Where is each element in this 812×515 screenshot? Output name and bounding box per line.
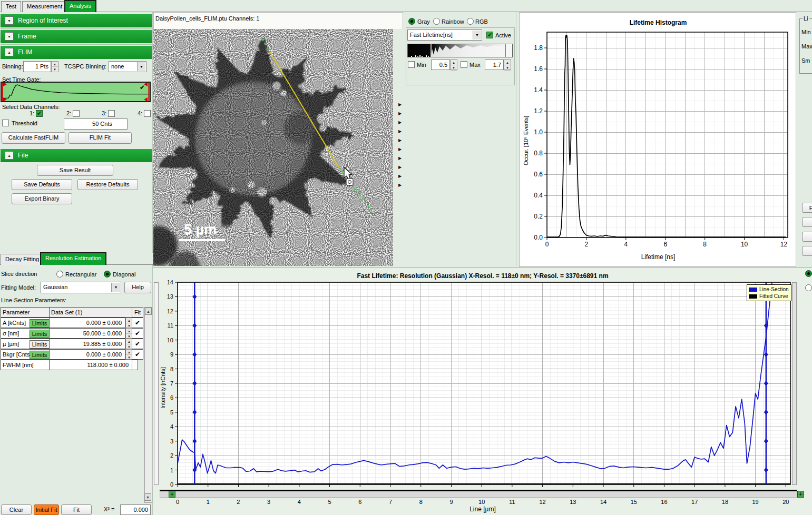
param-value-cell[interactable]: 118.000 ± 0.000 [49,360,132,370]
slice-diagonal-label: Diagonal [113,271,135,278]
y-tick-label: 12 [167,308,173,314]
time-gate-plot[interactable]: ✔ [1,82,151,102]
gray-mode-radio[interactable] [408,18,415,25]
channel-1-checkbox[interactable] [36,110,43,117]
rainbow-mode-radio[interactable] [433,18,440,25]
binning-field[interactable]: 1 Pts [23,61,51,72]
scroll-down-button[interactable]: ▼ [144,493,151,501]
time-gate-curve: ✔ [2,83,150,101]
param-value-cell[interactable]: 19.885 ± 0.000 [49,339,125,349]
channel-2-checkbox[interactable] [73,110,80,117]
param-value-cell[interactable]: 0.000 ± 0.000 [49,318,125,328]
slice-rectangular-radio[interactable] [56,271,63,278]
chi2-label: X² = [104,506,114,512]
collapse-file-icon[interactable]: ▲ [5,151,14,160]
lifetime-histogram-chart[interactable]: 0246810120.00.20.40.60.81.01.21.41.61.8 [520,26,796,253]
tab-measurement[interactable]: Measurement [22,1,67,12]
flim-fit-button[interactable]: FLIM Fit [69,132,132,144]
x-tick-label: 2 [237,499,240,505]
param-value-cell[interactable]: 0.000 ± 0.000 [49,349,125,360]
slice-diagonal-radio[interactable] [104,271,111,278]
max-field[interactable]: 1.7 [485,60,504,70]
zoom-plus-right-icon[interactable]: + [797,491,804,498]
fit-check-cell[interactable]: ✔ [132,318,143,328]
help-button[interactable]: Help [124,282,151,293]
max-checkbox[interactable] [461,61,467,68]
dropdown-arrow-icon[interactable]: ▼ [137,62,145,71]
rgb-mode-radio[interactable] [467,18,474,25]
section-file[interactable]: ▲ File [1,149,152,162]
image-title: DaisyPollen_cells_FLIM.ptu Channels: 1 [155,15,260,22]
channel-4-checkbox[interactable] [144,110,151,117]
colormap-histogram[interactable] [407,44,513,57]
dropdown-arrow-icon[interactable]: ▼ [111,283,120,292]
zoom-plus-left-icon[interactable]: + [169,491,175,498]
resolution-chart[interactable]: 0123456789101112131415161718192001234567… [153,268,812,515]
section-flim[interactable]: ▲ FLIM [1,46,152,59]
y-tick-label: 6 [170,394,173,401]
collapse-flim-icon[interactable]: ▲ [5,48,14,56]
initial-fit-button[interactable]: Initial Fit [34,504,59,515]
binning-spinner[interactable]: ▲▼ [51,61,58,72]
section-region-of-interest[interactable]: ▼ Region of Interest [1,14,152,27]
tab-test[interactable]: Test [1,1,21,12]
max-spinner[interactable]: ▲▼ [504,60,511,70]
fit-check-cell[interactable]: ✔ [132,349,143,360]
flim-image[interactable]: 5 µm [153,29,393,266]
clear-button[interactable]: Clear [1,504,32,515]
lifetime-histogram-panel: Lifetime Histogram 0246810120.00.20.40.6… [519,12,796,267]
export-binary-button[interactable]: Export Binary [12,193,72,204]
dropdown-arrow-icon[interactable]: ▼ [473,31,481,39]
save-result-button[interactable]: Save Result [37,165,113,176]
fitting-model-select[interactable]: Gaussian ▼ [41,282,121,293]
right-panel-button-4[interactable] [802,246,812,256]
limits-button[interactable]: Limits [30,340,50,349]
bottom-chart-option-radio-1[interactable] [805,270,812,277]
image-splitter-handles[interactable]: ▶▶▶▶▶▶▶▶▶▶ [398,100,405,200]
chart-legend[interactable]: Line-Section Fitted Curve [747,284,791,301]
min-checkbox[interactable] [408,61,415,68]
calculate-fastflim-button[interactable]: Calculate FastFLIM [2,132,65,144]
min-label: Min [417,62,426,68]
y-tick-label: 2 [170,452,173,459]
channel-3-checkbox[interactable] [108,110,115,117]
param-value-cell[interactable]: 50.000 ± 0.000 [49,328,125,339]
x-tick-label: 4 [298,499,301,505]
table-scrollbar[interactable]: ▲ [144,307,152,503]
x-tick-label: 7 [389,499,392,505]
bottom-chart-option-radio-2[interactable] [805,284,812,291]
right-panel-button-2[interactable] [802,217,812,227]
resolution-chart-xlabel: Line [µm] [153,506,812,513]
fit-button[interactable]: Fit [61,504,92,515]
y-tick-label: 1.8 [534,44,543,52]
display-channel-select[interactable]: Fast Lifetime[ns] ▼ [407,29,482,41]
min-field[interactable]: 0.5 [431,60,450,70]
fit-check-cell[interactable]: ✔ [132,339,143,349]
limits-button[interactable]: Limits [30,319,50,328]
top-tab-bar: Test Measurement Analysis [0,0,812,12]
active-checkbox[interactable] [486,32,493,38]
scroll-up-button[interactable]: ▲ [145,308,152,315]
restore-defaults-button[interactable]: Restore Defaults [77,179,138,190]
y-tick-label: 4 [170,423,173,430]
y-tick-label: 0.0 [534,234,543,241]
collapse-frame-icon[interactable]: ▼ [5,32,14,41]
section-frame[interactable]: ▼ Frame [1,30,152,43]
right-panel-button-1[interactable]: F [802,203,812,213]
save-defaults-button[interactable]: Save Defaults [12,179,72,190]
tcspc-binning-select[interactable]: none ▼ [109,61,146,72]
chart-scroll-strip[interactable] [160,491,797,498]
fit-check-cell[interactable]: ✔ [132,328,143,339]
tab-resolution-estimation[interactable]: Resolution Estimation [40,252,106,265]
limits-button[interactable]: Limits [30,330,50,338]
threshold-field[interactable]: 50 Cnts [64,118,128,130]
y-tick-label: 0.6 [534,171,543,178]
min-spinner[interactable]: ▲▼ [450,60,457,70]
tab-decay-fitting[interactable]: Decay Fitting [1,254,44,265]
threshold-checkbox[interactable] [2,120,9,126]
limits-button[interactable]: Limits [30,351,50,359]
right-panel-button-3[interactable] [802,232,812,242]
rainbow-mode-label: Rainbow [442,18,464,25]
tab-analysis[interactable]: Analysis [64,0,96,12]
collapse-roi-icon[interactable]: ▼ [5,16,14,25]
